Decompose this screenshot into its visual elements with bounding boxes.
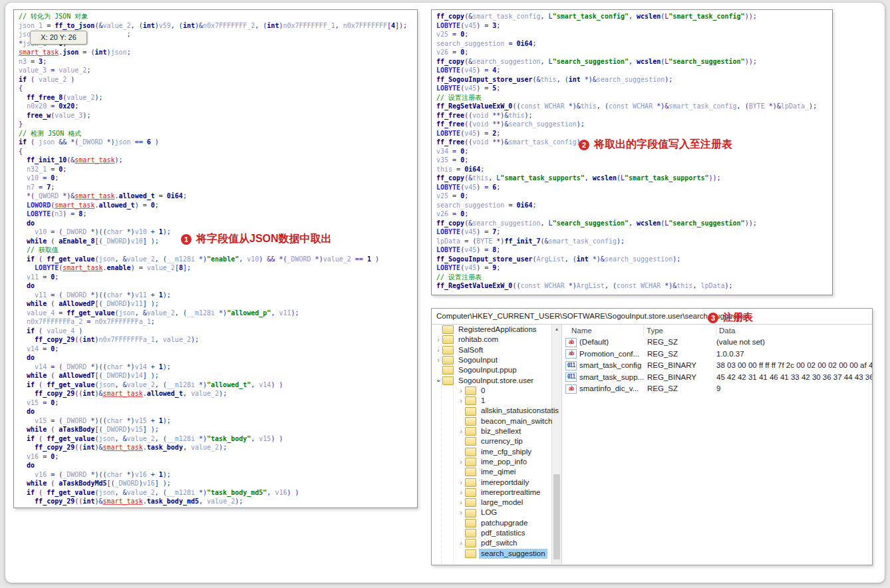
code-line: json_1 = ff_to_json(&value_2, (int)v59, … [19,21,417,31]
tree-item-search_suggestion[interactable]: ›search_suggestion [457,549,547,559]
tree-item-label[interactable]: 1 [479,396,487,406]
tree-item-label[interactable]: imereportrealtime [479,488,542,498]
registry-address-bar[interactable]: Computer\HKEY_CURRENT_USER\SOFTWARE\Sogo… [432,309,872,325]
folder-icon [442,346,454,355]
red-badge-1-icon: 1 [181,234,192,245]
red-badge-3-icon: 3 [708,313,718,323]
tree-item-0[interactable]: ›0 [457,386,487,396]
column-header-name[interactable]: Name [562,325,643,337]
chevron-right-icon[interactable]: › [434,335,442,345]
tree-item-label[interactable]: SogouInput [456,355,500,365]
tree-item-label[interactable]: ime_qimei [479,467,518,477]
folder-icon [465,539,476,547]
tree-item-patchupgrade[interactable]: ›patchupgrade [457,518,529,528]
tree-item-currency_tip[interactable]: ›currency_tip [457,436,525,446]
tree-item-pdf_statistics[interactable]: ›pdf_statistics [457,528,527,538]
tree-item-label[interactable]: large_model [479,498,525,508]
tree-item-SogouInput.store.user[interactable]: ›SogouInput.store.user [434,376,535,386]
value-row-smart_task_config[interactable]: 011smart_task_configREG_BINARY38 03 00 0… [562,360,872,372]
tree-item-SogouInput.ppup[interactable]: ›SogouInput.ppup [434,365,519,375]
chevron-right-icon[interactable]: › [434,355,442,365]
tree-item-label[interactable]: biz_shellext [479,426,523,436]
tree-item-label[interactable]: patchupgrade [479,518,529,528]
code-line: if ( value_4 ) [19,327,417,336]
tree-item-pdf_switch[interactable]: ›pdf_switch [457,538,519,548]
code-line: ff_free((void **)&search_suggestion); [436,120,832,129]
tree-item-ime_pop_info[interactable]: ›ime_pop_info [457,457,529,467]
tree-item-1[interactable]: ›1 [457,396,487,406]
tree-item-SalSoft[interactable]: ›SalSoft [434,345,485,355]
tree-item-label[interactable]: pdf_statistics [479,528,527,538]
tree-item-large_model[interactable]: ›large_model [457,498,525,508]
tree-item-SogouInput[interactable]: ›SogouInput [434,355,500,365]
tree-item-LOG[interactable]: ›LOG [457,508,499,517]
value-row-smartinfo_dic_v...[interactable]: absmartinfo_dic_v...REG_SZ9 [562,383,872,395]
reg-sz-icon: ab [565,338,577,347]
values-header-row: Name Type Data [562,325,872,337]
tree-scrollbar[interactable]: ▴ [551,325,561,564]
tree-item-label[interactable]: search_suggestion [479,549,547,559]
column-header-data[interactable]: Data [716,325,872,337]
value-row-Promotion_conf...[interactable]: abPromotion_conf...REG_SZ1.0.0.37 [562,349,872,361]
registry-values-panel: Name Type Data ab(Default)REG_SZ(value n… [561,325,872,564]
folder-icon [442,325,454,334]
chevron-right-icon[interactable]: › [457,426,465,436]
code-line: // 检测 JSON 格式 [19,129,417,138]
scrollbar-thumb[interactable] [553,474,560,559]
annotation-1-text: 将字段值从JSON数据中取出 [196,232,332,246]
tree-item-label[interactable]: SogouInput.ppup [456,365,519,375]
value-row-smart_task_supp...[interactable]: 011smart_task_supp...REG_BINARY45 42 42 … [562,372,872,384]
tree-item-allskin_statusiconstatis[interactable]: ›allskin_statusiconstatis [457,406,561,416]
tree-item-label[interactable]: beacon_main_switch [479,416,554,426]
value-type: REG_BINARY [645,372,716,384]
chevron-right-icon[interactable]: › [457,538,465,548]
tree-item-rohitab.com[interactable]: ›rohitab.com [434,335,500,345]
code-line: n32_1 = 0; [19,165,417,174]
code-line: LOBYTE(v45) = 6; [436,183,832,192]
tree-item-label[interactable]: pdf_switch [479,538,519,548]
chevron-right-icon[interactable]: › [457,386,465,396]
code-line: v11 = 0; [19,273,417,282]
code-line: } [19,120,417,129]
code-line: v26 = 0; [436,210,832,219]
tree-item-label[interactable]: RegisteredApplications [456,325,539,335]
value-data: (value not set) [716,337,872,349]
chevron-right-icon[interactable]: › [457,498,465,508]
chevron-right-icon[interactable]: › [457,396,465,406]
code-line: LOBYTE(n3) = 8; [19,210,417,219]
chevron-right-icon[interactable]: › [457,488,465,498]
code-line: v26 = 0; [436,48,832,57]
value-row-(Default)[interactable]: ab(Default)REG_SZ(value not set) [562,337,872,349]
code-line: v14 = (_DWORD *)((char *)v14 + 1); [19,363,417,372]
code-line: ff_copy(&smart_task_config, L"smart_task… [436,12,832,21]
tree-item-label[interactable]: ime_pop_info [479,457,529,467]
tree-item-label[interactable]: SalSoft [456,345,485,355]
tree-item-label[interactable]: rohitab.com [456,335,500,345]
folder-icon [442,366,454,374]
tree-item-imereportrealtime[interactable]: ›imereportrealtime [457,488,542,498]
tree-item-imereportdaily[interactable]: ›imereportdaily [457,478,531,488]
value-name: smart_task_supp... [579,372,645,384]
tree-item-label[interactable]: allskin_statusiconstatis [479,406,561,416]
tree-item-ime_cfg_shiply[interactable]: ›ime_cfg_shiply [457,447,533,457]
chevron-right-icon[interactable]: › [457,478,465,488]
chevron-right-icon[interactable]: › [457,457,465,467]
tree-item-label[interactable]: imereportdaily [479,478,531,488]
tree-item-RegisteredApplications[interactable]: ›RegisteredApplications [434,325,539,335]
chevron-right-icon[interactable]: › [457,508,465,517]
tree-item-label[interactable]: SogouInput.store.user [456,376,535,386]
column-header-type[interactable]: Type [643,325,716,337]
tree-item-beacon_main_switch[interactable]: ›beacon_main_switch [457,416,554,426]
tree-item-label[interactable]: ime_cfg_shiply [479,447,533,457]
tree-item-ime_qimei[interactable]: ›ime_qimei [457,467,518,477]
chevron-right-icon[interactable]: › [434,345,442,355]
tree-item-label[interactable]: LOG [479,508,499,517]
tree-item-label[interactable]: currency_tip [479,436,525,446]
code-line: ff_copy_29((int)n0x7FFFFFFFa_1, value_2)… [19,335,417,345]
decompiler-panel-json-parse: // 转化为 JSON 对象json_1 = ff_to_json(&value… [13,9,418,508]
tree-item-biz_shellext[interactable]: ›biz_shellext [457,426,523,436]
tree-item-label[interactable]: 0 [479,386,487,396]
chevron-down-icon[interactable]: › [433,376,443,384]
code-line: while ( aAllowedT[(_DWORD)v14] ); [19,371,417,380]
scroll-up-arrow-icon[interactable]: ▴ [552,325,561,334]
